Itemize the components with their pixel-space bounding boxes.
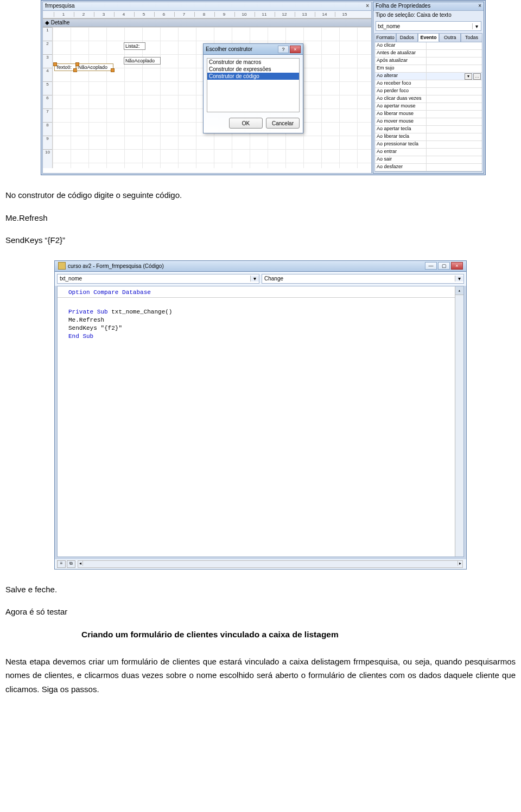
section-heading: Criando um formulário de clientes vincul… bbox=[81, 628, 516, 642]
form-tab-label: frmpesquisa bbox=[45, 3, 74, 10]
object-combo[interactable]: txt_nome ▾ bbox=[57, 274, 259, 284]
property-value[interactable] bbox=[427, 95, 482, 103]
full-module-view-button[interactable]: ⧉ bbox=[67, 560, 75, 568]
cancel-button[interactable]: Cancelar bbox=[266, 118, 300, 129]
builder-option-selected[interactable]: Construtor de código bbox=[207, 73, 299, 80]
object-selector[interactable]: ▾ bbox=[376, 21, 481, 31]
property-value[interactable] bbox=[427, 103, 482, 110]
vertical-scrollbar[interactable] bbox=[455, 286, 463, 557]
property-value[interactable] bbox=[427, 156, 482, 163]
form-section-header[interactable]: ◆ Detalhe bbox=[43, 18, 371, 27]
object-name-input[interactable] bbox=[376, 23, 472, 29]
dropdown-icon[interactable]: ▾ bbox=[250, 276, 259, 282]
property-row[interactable]: Ao liberar mouse bbox=[375, 111, 482, 118]
property-row[interactable]: Ao entrar bbox=[375, 149, 482, 156]
tab-dados[interactable]: Dados bbox=[396, 33, 418, 42]
section-label: Detalhe bbox=[51, 20, 69, 25]
builder-icon[interactable]: … bbox=[473, 73, 481, 80]
close-icon[interactable]: × bbox=[478, 3, 481, 10]
property-value[interactable] bbox=[427, 164, 482, 171]
procedure-combo[interactable]: Change ▾ bbox=[262, 274, 464, 284]
tab-todas[interactable]: Todas bbox=[461, 33, 482, 42]
dialog-titlebar[interactable]: Escolher construtor ? × bbox=[204, 44, 303, 55]
property-value[interactable] bbox=[427, 88, 482, 95]
property-value[interactable] bbox=[427, 118, 482, 125]
property-name: Ao perder foco bbox=[375, 88, 427, 95]
selection-type-label: Tipo de seleção: Caixa de texto bbox=[373, 11, 484, 19]
property-row[interactable]: Ao perder foco bbox=[375, 88, 482, 95]
listbox-control[interactable]: NãoAcoplado bbox=[124, 57, 161, 65]
ruler-horizontal: 123456789101112131415 bbox=[43, 11, 371, 18]
screenshot-vba-editor: curso av2 - Form_frmpesquisa (Código) — … bbox=[54, 260, 467, 570]
property-value[interactable] bbox=[427, 50, 482, 57]
property-value[interactable] bbox=[427, 126, 482, 133]
dropdown-icon[interactable]: ▾ bbox=[472, 23, 481, 29]
tab-outra[interactable]: Outra bbox=[439, 33, 461, 42]
property-value[interactable] bbox=[427, 133, 482, 140]
document-paragraphs: Salve e feche. Agora é só testar Criando… bbox=[5, 583, 516, 642]
maximize-icon[interactable]: ▢ bbox=[438, 262, 450, 270]
property-row[interactable]: Ao apertar mouse bbox=[375, 103, 482, 111]
property-row[interactable]: Ao alterar▾… bbox=[375, 73, 482, 80]
property-sheet-title: Folha de Propriedades bbox=[376, 3, 430, 10]
textbox-control[interactable]: NãoAcoplado bbox=[77, 63, 113, 71]
minimize-icon[interactable]: — bbox=[425, 262, 437, 270]
property-name: Ao pressionar tecla bbox=[375, 141, 427, 148]
property-value[interactable]: ▾… bbox=[427, 73, 482, 80]
property-row[interactable]: Ao apertar tecla bbox=[375, 126, 482, 133]
property-value[interactable] bbox=[427, 80, 482, 87]
dropdown-icon[interactable]: ▾ bbox=[465, 73, 472, 80]
property-row[interactable]: Ao pressionar tecla bbox=[375, 141, 482, 149]
property-value[interactable] bbox=[427, 141, 482, 148]
builder-option[interactable]: Construtor de expressões bbox=[207, 66, 299, 73]
dropdown-icon[interactable]: ▾ bbox=[455, 276, 463, 282]
horizontal-scrollbar[interactable] bbox=[78, 560, 463, 568]
code-line: Private Sub txt_nome_Change() bbox=[68, 308, 463, 316]
property-row[interactable]: Ao receber foco bbox=[375, 80, 482, 88]
property-name: Ao apertar tecla bbox=[375, 126, 427, 133]
textbox-label-control[interactable]: Texto0: bbox=[54, 63, 76, 71]
property-row[interactable]: Ao clicar duas vezes bbox=[375, 95, 482, 103]
property-name: Ao alterar bbox=[375, 73, 427, 80]
property-name: Ao clicar bbox=[375, 42, 427, 49]
builder-list[interactable]: Construtor de macros Construtor de expre… bbox=[207, 58, 300, 112]
tab-evento[interactable]: Evento bbox=[418, 33, 440, 42]
help-icon[interactable]: ? bbox=[278, 46, 289, 53]
property-sheet: Folha de Propriedades × Tipo de seleção:… bbox=[373, 2, 484, 174]
screenshot-form-designer: frmpesquisa × 123456789101112131415 ◆ De… bbox=[41, 0, 486, 175]
property-row[interactable]: Após atualizar bbox=[375, 57, 482, 65]
property-row[interactable]: Ao liberar tecla bbox=[375, 133, 482, 141]
document-paragraphs: No construtor de código digite o seguint… bbox=[5, 188, 516, 247]
property-row[interactable]: Ao desfazer bbox=[375, 164, 482, 171]
property-row[interactable]: Antes de atualizar bbox=[375, 50, 482, 57]
property-value[interactable] bbox=[427, 57, 482, 65]
para: Nesta etapa devemos criar um formulário … bbox=[5, 655, 516, 696]
vba-titlebar[interactable]: curso av2 - Form_frmpesquisa (Código) — … bbox=[55, 261, 466, 272]
close-icon[interactable]: × bbox=[451, 262, 463, 270]
property-value[interactable] bbox=[427, 42, 482, 49]
form-tab[interactable]: frmpesquisa × bbox=[43, 2, 371, 11]
vba-code-pane[interactable]: Option Compare Database Private Sub txt_… bbox=[57, 286, 464, 557]
property-value[interactable] bbox=[427, 65, 482, 72]
listbox-label-control[interactable]: Lista2: bbox=[124, 42, 145, 50]
property-row[interactable]: Ao clicar bbox=[375, 42, 482, 50]
property-name: Ao clicar duas vezes bbox=[375, 95, 427, 103]
tab-formato[interactable]: Formato bbox=[374, 33, 396, 42]
property-row[interactable]: Ao mover mouse bbox=[375, 118, 482, 126]
property-row[interactable]: Ao sair bbox=[375, 156, 482, 164]
close-icon[interactable]: × bbox=[366, 3, 369, 10]
dialog-title: Escolher construtor bbox=[206, 46, 252, 52]
builder-option[interactable]: Construtor de macros bbox=[207, 59, 299, 66]
ok-button[interactable]: OK bbox=[229, 118, 263, 129]
code-line bbox=[68, 297, 463, 305]
property-value[interactable] bbox=[427, 149, 482, 156]
procedure-view-button[interactable]: ≡ bbox=[57, 560, 66, 568]
property-value[interactable] bbox=[427, 111, 482, 118]
close-icon[interactable]: × bbox=[290, 46, 301, 53]
para: No construtor de código digite o seguint… bbox=[5, 188, 516, 202]
property-row[interactable]: Em sujo bbox=[375, 65, 482, 73]
property-name: Ao desfazer bbox=[375, 164, 427, 171]
code-line: Me.Refresh bbox=[68, 316, 463, 324]
vba-window-title: curso av2 - Form_frmpesquisa (Código) bbox=[68, 263, 164, 269]
code-line: End Sub bbox=[68, 333, 463, 341]
